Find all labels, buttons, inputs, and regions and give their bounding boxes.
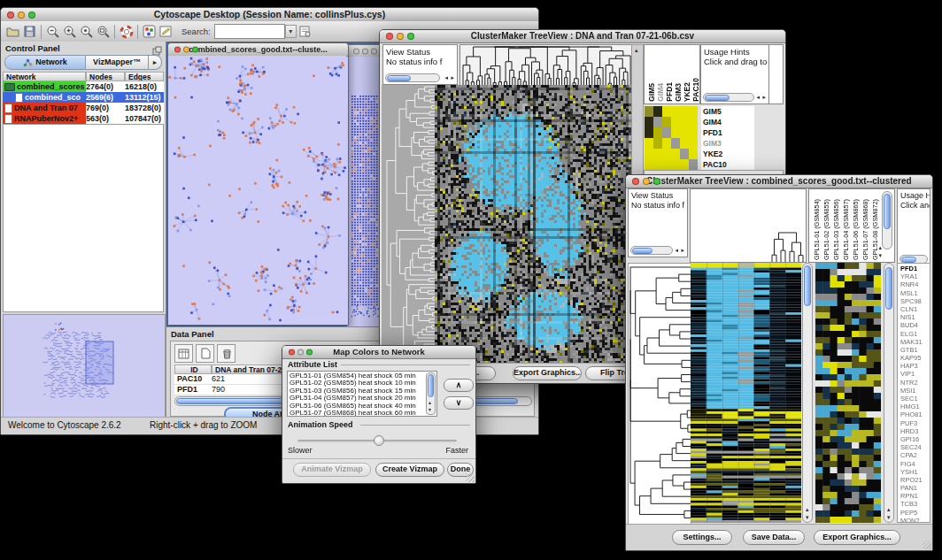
scrollbar-thumb[interactable] [901,257,916,263]
heatmap-cell[interactable] [671,117,680,127]
gene-label[interactable]: SEC1 [900,395,930,403]
column-header[interactable]: Network [3,72,86,81]
heatmap-cell[interactable] [689,127,698,138]
gene-label[interactable]: PFD1 [900,265,930,272]
attribute-browser-icon[interactable] [297,23,313,40]
zoom-row-label[interactable]: PFD1 [701,127,754,138]
heatmap-cell[interactable] [671,149,680,159]
heatmap-cell[interactable] [653,159,662,170]
column-header[interactable]: Nodes [86,72,125,81]
scrollbar-thumb[interactable] [632,248,652,254]
view-status-hscrollbar[interactable] [630,246,673,255]
gene-label[interactable]: TCB3 [900,500,930,508]
heatmap-cell[interactable] [680,138,689,149]
zoom-row-label[interactable]: GIM5 [701,106,754,117]
resize-grip[interactable] [923,541,931,549]
zoom-out-icon[interactable] [44,23,61,40]
column-label[interactable]: GPL51-06 (GSM865) [852,199,860,260]
close-icon[interactable] [386,33,393,40]
zoom-window-icon[interactable] [28,12,35,19]
network-view-canvas-1[interactable] [168,56,346,324]
minimize-icon[interactable] [362,48,368,54]
gene-label[interactable]: HAP3 [900,362,930,370]
tab-overflow-arrow-icon[interactable]: ► [149,55,162,70]
gene-label[interactable]: GPI16 [900,435,930,443]
heatmap-cell[interactable] [689,106,698,117]
heatmap-cell[interactable] [662,138,671,149]
save-icon[interactable] [21,23,38,40]
close-icon[interactable] [174,47,181,53]
close-icon[interactable] [289,349,295,356]
zoom-window-icon[interactable] [407,33,414,40]
column-label[interactable]: GPL51-01 (GSM854) [813,199,821,260]
scrollbar-thumb[interactable] [885,267,892,310]
scrollbar-thumb[interactable] [884,194,891,229]
minimize-icon[interactable] [183,47,189,53]
global-heatmap-canvas[interactable] [691,263,801,523]
heatmap-cell[interactable] [671,127,680,138]
resize-grip[interactable] [466,473,475,482]
tab-network[interactable]: Network [4,55,86,70]
treeview2-button-save-data-[interactable]: Save Data... [743,530,805,545]
row-dendrogram-canvas[interactable] [382,85,435,364]
heatmap-cell[interactable] [689,159,698,170]
gene-label[interactable]: YRA1 [900,272,930,280]
scroll-left-icon[interactable]: ◂ [444,73,448,81]
heatmap-cell[interactable] [680,106,689,117]
scroll-down-icon[interactable]: ▾ [887,513,891,521]
heatmap-cell[interactable] [645,106,653,117]
scrollbar-thumb[interactable] [387,75,411,81]
heatmap-cell[interactable] [662,149,671,159]
gene-label[interactable]: SEC24 [900,443,930,451]
gene-label[interactable]: FIG4 [900,460,930,468]
network-overview-canvas[interactable] [3,314,166,418]
column-label[interactable]: GPL51-07 (GSM868) [861,199,869,260]
heatmap-cell[interactable] [653,138,662,149]
network-tree-empty-area[interactable] [3,124,164,312]
attribute-list-vscrollbar[interactable]: ▴ ▾ [426,372,436,415]
minimize-icon[interactable] [397,33,404,40]
close-icon[interactable] [353,48,359,54]
column-dendrogram-canvas[interactable] [691,189,806,262]
move-down-button[interactable]: ∨ [444,396,474,410]
zoom-column-label[interactable]: PFD1 [665,82,674,102]
column-dendrogram-canvas[interactable] [459,44,633,87]
vizmapper-icon[interactable] [141,23,158,40]
scroll-right-icon[interactable]: ▸ [451,73,454,81]
gene-label[interactable]: CLN1 [900,305,930,313]
heatmap-cell[interactable] [671,138,680,149]
help-lifering-icon[interactable] [118,23,135,40]
search-dropdown-icon[interactable]: ▾ [285,25,297,38]
heatmap-cell[interactable] [662,127,671,138]
move-up-button[interactable]: ∧ [444,379,474,392]
gene-label[interactable]: RPN1 [900,492,930,500]
title-bar[interactable]: Cytoscape Desktop (Session Name: collins… [1,8,538,22]
heatmap-cell[interactable] [680,159,689,170]
gene-label[interactable]: PAN1 [900,484,930,492]
heatmap-cell[interactable] [645,149,653,159]
gene-label[interactable]: HMG1 [900,403,930,410]
gene-label[interactable]: NIS1 [900,313,930,321]
gene-label[interactable]: MAK31 [900,338,930,346]
gene-label[interactable]: RNR4 [900,280,930,288]
zoom-vscrollbar[interactable]: ▴ ▾ [884,263,894,523]
title-bar[interactable]: ClusterMaker TreeView : combined_scores_… [626,175,932,188]
scrollbar-thumb[interactable] [705,95,730,101]
column-label[interactable]: GPL51-02 (GSM855) [822,199,830,260]
heatmap-cell[interactable] [680,127,689,138]
gene-label[interactable]: CPA2 [900,451,930,459]
column-label[interactable]: GPL51-03 (GSM856) [832,199,840,260]
gene-label[interactable]: MSI1 [900,387,930,395]
zoom-window-icon[interactable] [653,178,660,185]
heatmap-cell[interactable] [653,106,662,117]
close-icon[interactable] [632,178,639,185]
column-header[interactable]: Edges [125,72,164,81]
heatmap-cell[interactable] [645,138,653,149]
zoom-column-label[interactable]: YKE2 [683,82,691,102]
usage-hints-hscrollbar[interactable] [703,93,754,102]
title-bar[interactable]: Map Colors to Network [282,346,475,359]
network-row[interactable]: combined_sco2569(6)13112(15) [3,92,164,103]
heatmap-cell[interactable] [662,106,671,117]
scroll-up-icon[interactable]: ▴ [635,46,638,54]
scroll-right-icon[interactable]: ▸ [681,246,684,254]
